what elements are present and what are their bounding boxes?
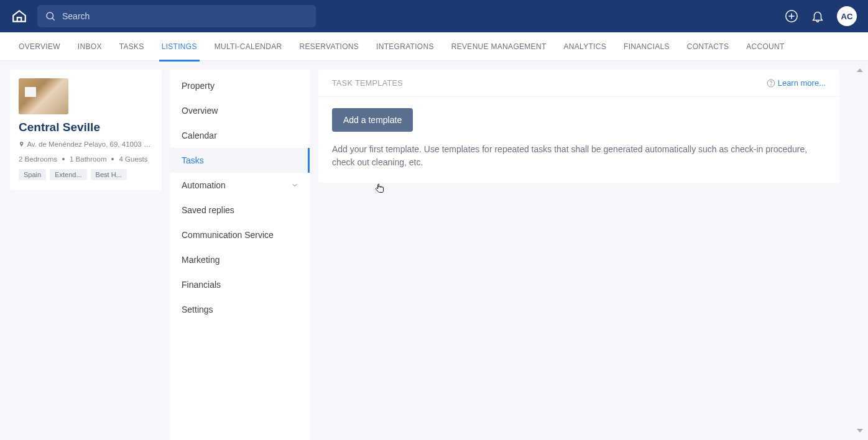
listing-nav-communication-service[interactable]: Communication Service: [170, 222, 310, 247]
listing-tag[interactable]: Best H...: [91, 169, 127, 180]
listing-card: Central Seville Av. de Menéndez Pelayo, …: [10, 70, 162, 190]
learn-more-link[interactable]: Learn more...: [767, 78, 826, 88]
listing-nav-label: Saved replies: [182, 205, 234, 215]
panel-heading: TASK TEMPLATES: [332, 79, 403, 88]
listing-nav-label: Tasks: [182, 155, 204, 165]
listing-address-text: Av. de Menéndez Pelayo, 69, 41003 Sev...: [27, 140, 153, 148]
add-template-button[interactable]: Add a template: [332, 108, 413, 132]
nav-analytics[interactable]: ANALYTICS: [564, 32, 607, 61]
search-icon: [45, 11, 56, 22]
topbar-actions: AC: [785, 6, 857, 26]
bell-icon[interactable]: [811, 9, 824, 23]
listing-title: Central Seville: [19, 121, 153, 134]
svg-point-3: [770, 85, 771, 85]
nav-revenue-management[interactable]: REVENUE MANAGEMENT: [451, 32, 547, 61]
listing-nav-marketing[interactable]: Marketing: [170, 247, 310, 272]
nav-integrations[interactable]: INTEGRATIONS: [376, 32, 434, 61]
templates-description: Add your first template. Use templates f…: [332, 143, 823, 169]
listing-bathrooms: 1 Bathroom: [70, 155, 106, 163]
search-input[interactable]: [62, 11, 308, 21]
listing-nav: PropertyOverviewCalendarTasksAutomationS…: [170, 70, 310, 440]
listing-meta: 2 Bedrooms 1 Bathroom 4 Guests: [19, 155, 153, 163]
listing-nav-saved-replies[interactable]: Saved replies: [170, 198, 310, 222]
scroll-down-icon[interactable]: [857, 429, 863, 433]
nav-multi-calendar[interactable]: MULTI-CALENDAR: [215, 32, 282, 61]
listing-nav-property[interactable]: Property: [170, 73, 310, 98]
nav-tasks[interactable]: TASKS: [119, 32, 144, 61]
pin-icon: [19, 140, 24, 148]
main-content: TASK TEMPLATES Learn more... Add a templ…: [318, 70, 868, 440]
listing-guests: 4 Guests: [119, 155, 147, 163]
listing-nav-label: Overview: [182, 106, 218, 116]
chevron-down-icon: [291, 181, 298, 189]
listing-nav-label: Financials: [182, 280, 221, 290]
task-templates-panel: TASK TEMPLATES Learn more... Add a templ…: [318, 70, 839, 183]
search-box[interactable]: [37, 5, 316, 27]
listing-photo[interactable]: [19, 78, 68, 114]
listing-address: Av. de Menéndez Pelayo, 69, 41003 Sev...: [19, 140, 153, 148]
listing-nav-label: Marketing: [182, 255, 219, 265]
scrollbar[interactable]: [856, 68, 864, 433]
help-icon: [767, 79, 775, 88]
top-bar: AC: [0, 0, 868, 32]
listing-nav-automation[interactable]: Automation: [170, 173, 310, 198]
listing-nav-financials[interactable]: Financials: [170, 272, 310, 297]
listing-nav-tasks[interactable]: Tasks: [170, 148, 310, 173]
listing-nav-settings[interactable]: Settings: [170, 297, 310, 322]
scroll-up-icon[interactable]: [857, 68, 863, 72]
listing-nav-label: Property: [182, 81, 215, 91]
listing-nav-label: Calendar: [182, 131, 217, 140]
nav-account[interactable]: ACCOUNT: [746, 32, 784, 61]
listing-nav-label: Automation: [182, 180, 226, 190]
nav-overview[interactable]: OVERVIEW: [19, 32, 60, 61]
listing-tag[interactable]: Spain: [19, 169, 46, 180]
nav-contacts[interactable]: CONTACTS: [687, 32, 729, 61]
listing-tags: SpainExtend...Best H...: [19, 169, 153, 180]
listing-nav-calendar[interactable]: Calendar: [170, 123, 310, 148]
nav-financials[interactable]: FINANCIALS: [624, 32, 670, 61]
logo-icon[interactable]: [11, 8, 27, 24]
nav-listings[interactable]: LISTINGS: [162, 32, 197, 61]
listing-tag[interactable]: Extend...: [50, 169, 86, 180]
nav-reservations[interactable]: RESERVATIONS: [299, 32, 359, 61]
nav-inbox[interactable]: INBOX: [78, 32, 102, 61]
main-nav: OVERVIEWINBOXTASKSLISTINGSMULTI-CALENDAR…: [0, 32, 868, 61]
add-icon[interactable]: [785, 9, 798, 23]
svg-point-0: [47, 12, 53, 19]
listing-nav-label: Settings: [182, 305, 213, 314]
avatar[interactable]: AC: [837, 6, 857, 26]
listing-bedrooms: 2 Bedrooms: [19, 155, 57, 163]
listing-nav-label: Communication Service: [182, 230, 274, 240]
listing-nav-overview[interactable]: Overview: [170, 98, 310, 123]
